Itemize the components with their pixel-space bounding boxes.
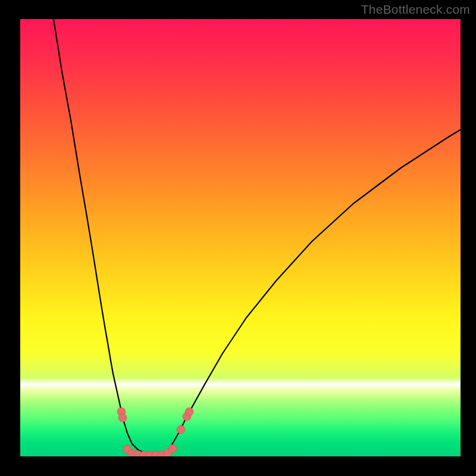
data-marker (168, 444, 177, 453)
curve-overlay (20, 19, 461, 456)
data-marker (185, 408, 193, 416)
plot-area (20, 19, 461, 456)
watermark-text: TheBottleneck.com (361, 2, 470, 17)
data-marker (118, 414, 127, 422)
curve-left-branch (54, 19, 163, 455)
marker-group (117, 408, 193, 456)
data-marker (177, 425, 185, 434)
chart-frame: TheBottleneck.com (0, 0, 476, 476)
curve-right-branch (163, 130, 461, 455)
